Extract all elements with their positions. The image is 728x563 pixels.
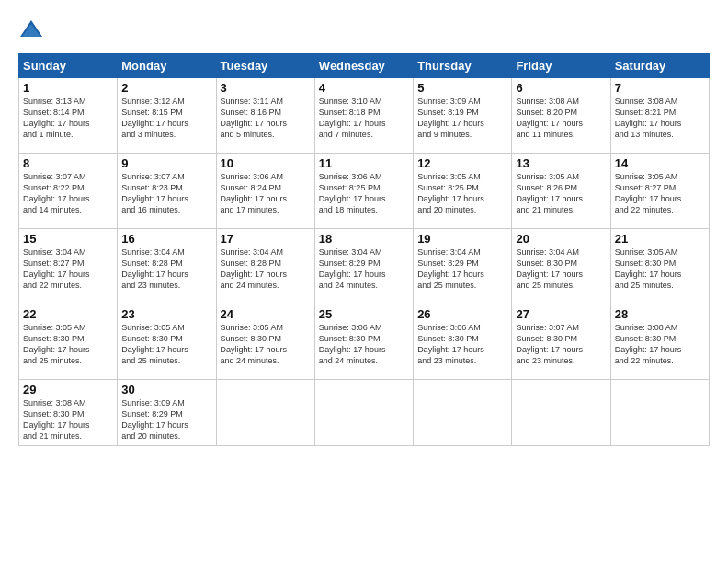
day-info: Sunrise: 3:08 AM Sunset: 8:30 PM Dayligh…	[615, 322, 705, 367]
calendar-cell: 3Sunrise: 3:11 AM Sunset: 8:16 PM Daylig…	[216, 78, 314, 154]
week-row-1: 8Sunrise: 3:07 AM Sunset: 8:22 PM Daylig…	[19, 154, 710, 229]
day-info: Sunrise: 3:04 AM Sunset: 8:30 PM Dayligh…	[516, 247, 606, 292]
day-info: Sunrise: 3:04 AM Sunset: 8:28 PM Dayligh…	[221, 247, 311, 292]
day-info: Sunrise: 3:06 AM Sunset: 8:30 PM Dayligh…	[417, 322, 507, 367]
day-info: Sunrise: 3:08 AM Sunset: 8:30 PM Dayligh…	[23, 397, 113, 442]
weekday-saturday: Saturday	[610, 54, 709, 78]
calendar-cell: 2Sunrise: 3:12 AM Sunset: 8:15 PM Daylig…	[118, 78, 216, 154]
day-number: 15	[23, 232, 113, 246]
day-number: 14	[615, 156, 705, 170]
page: SundayMondayTuesdayWednesdayThursdayFrid…	[0, 0, 728, 563]
day-number: 26	[417, 307, 507, 321]
day-info: Sunrise: 3:06 AM Sunset: 8:30 PM Dayligh…	[319, 322, 409, 367]
calendar-cell: 8Sunrise: 3:07 AM Sunset: 8:22 PM Daylig…	[19, 154, 118, 229]
day-number: 22	[23, 307, 113, 321]
day-info: Sunrise: 3:12 AM Sunset: 8:15 PM Dayligh…	[121, 96, 211, 141]
calendar-cell: 11Sunrise: 3:06 AM Sunset: 8:25 PM Dayli…	[314, 154, 413, 229]
calendar-cell: 22Sunrise: 3:05 AM Sunset: 8:30 PM Dayli…	[19, 304, 118, 380]
day-number: 25	[319, 307, 409, 321]
day-info: Sunrise: 3:09 AM Sunset: 8:29 PM Dayligh…	[121, 397, 211, 442]
day-number: 5	[417, 81, 507, 95]
calendar-cell	[512, 380, 610, 446]
day-info: Sunrise: 3:13 AM Sunset: 8:14 PM Dayligh…	[23, 96, 113, 141]
day-number: 13	[516, 156, 606, 170]
day-info: Sunrise: 3:04 AM Sunset: 8:29 PM Dayligh…	[319, 247, 409, 292]
day-number: 24	[221, 307, 311, 321]
day-info: Sunrise: 3:10 AM Sunset: 8:18 PM Dayligh…	[319, 96, 409, 141]
calendar-cell: 13Sunrise: 3:05 AM Sunset: 8:26 PM Dayli…	[512, 154, 610, 229]
day-number: 12	[417, 156, 507, 170]
day-info: Sunrise: 3:09 AM Sunset: 8:19 PM Dayligh…	[417, 96, 507, 141]
calendar-cell: 17Sunrise: 3:04 AM Sunset: 8:28 PM Dayli…	[216, 229, 314, 304]
calendar-cell	[216, 380, 314, 446]
calendar-cell: 26Sunrise: 3:06 AM Sunset: 8:30 PM Dayli…	[414, 304, 512, 380]
weekday-monday: Monday	[118, 54, 216, 78]
day-number: 10	[221, 156, 311, 170]
day-info: Sunrise: 3:05 AM Sunset: 8:30 PM Dayligh…	[615, 247, 705, 292]
day-info: Sunrise: 3:06 AM Sunset: 8:24 PM Dayligh…	[221, 171, 311, 216]
day-number: 19	[417, 232, 507, 246]
day-number: 28	[615, 307, 705, 321]
day-info: Sunrise: 3:07 AM Sunset: 8:30 PM Dayligh…	[516, 322, 606, 367]
calendar-cell: 4Sunrise: 3:10 AM Sunset: 8:18 PM Daylig…	[314, 78, 413, 154]
day-info: Sunrise: 3:07 AM Sunset: 8:22 PM Dayligh…	[23, 171, 113, 216]
calendar-cell: 18Sunrise: 3:04 AM Sunset: 8:29 PM Dayli…	[314, 229, 413, 304]
day-info: Sunrise: 3:05 AM Sunset: 8:26 PM Dayligh…	[516, 171, 606, 216]
calendar-cell: 12Sunrise: 3:05 AM Sunset: 8:25 PM Dayli…	[414, 154, 512, 229]
day-number: 4	[319, 81, 409, 95]
calendar-cell: 19Sunrise: 3:04 AM Sunset: 8:29 PM Dayli…	[414, 229, 512, 304]
day-info: Sunrise: 3:04 AM Sunset: 8:28 PM Dayligh…	[121, 247, 211, 292]
day-info: Sunrise: 3:05 AM Sunset: 8:30 PM Dayligh…	[221, 322, 311, 367]
day-info: Sunrise: 3:05 AM Sunset: 8:30 PM Dayligh…	[121, 322, 211, 367]
calendar-cell: 6Sunrise: 3:08 AM Sunset: 8:20 PM Daylig…	[512, 78, 610, 154]
day-number: 2	[121, 81, 211, 95]
day-number: 16	[121, 232, 211, 246]
week-row-0: 1Sunrise: 3:13 AM Sunset: 8:14 PM Daylig…	[19, 78, 710, 154]
day-info: Sunrise: 3:05 AM Sunset: 8:27 PM Dayligh…	[615, 171, 705, 216]
weekday-thursday: Thursday	[414, 54, 512, 78]
day-number: 30	[121, 383, 211, 396]
calendar-cell	[414, 380, 512, 446]
calendar-cell	[314, 380, 413, 446]
calendar-cell: 29Sunrise: 3:08 AM Sunset: 8:30 PM Dayli…	[19, 380, 118, 446]
header	[18, 17, 710, 42]
weekday-wednesday: Wednesday	[314, 54, 413, 78]
day-number: 27	[516, 307, 606, 321]
day-number: 8	[23, 156, 113, 170]
day-info: Sunrise: 3:06 AM Sunset: 8:25 PM Dayligh…	[319, 171, 409, 216]
day-info: Sunrise: 3:07 AM Sunset: 8:23 PM Dayligh…	[121, 171, 211, 216]
logo-icon	[18, 17, 44, 42]
calendar-cell: 30Sunrise: 3:09 AM Sunset: 8:29 PM Dayli…	[118, 380, 216, 446]
day-info: Sunrise: 3:04 AM Sunset: 8:29 PM Dayligh…	[417, 247, 507, 292]
calendar-cell: 21Sunrise: 3:05 AM Sunset: 8:30 PM Dayli…	[610, 229, 709, 304]
day-number: 9	[121, 156, 211, 170]
day-number: 20	[516, 232, 606, 246]
calendar-cell: 10Sunrise: 3:06 AM Sunset: 8:24 PM Dayli…	[216, 154, 314, 229]
day-info: Sunrise: 3:05 AM Sunset: 8:30 PM Dayligh…	[23, 322, 113, 367]
calendar-cell: 5Sunrise: 3:09 AM Sunset: 8:19 PM Daylig…	[414, 78, 512, 154]
day-info: Sunrise: 3:05 AM Sunset: 8:25 PM Dayligh…	[417, 171, 507, 216]
day-number: 6	[516, 81, 606, 95]
weekday-header-row: SundayMondayTuesdayWednesdayThursdayFrid…	[19, 54, 710, 78]
calendar-table: SundayMondayTuesdayWednesdayThursdayFrid…	[18, 53, 710, 446]
calendar-cell: 14Sunrise: 3:05 AM Sunset: 8:27 PM Dayli…	[610, 154, 709, 229]
calendar-cell: 28Sunrise: 3:08 AM Sunset: 8:30 PM Dayli…	[610, 304, 709, 380]
calendar-cell: 1Sunrise: 3:13 AM Sunset: 8:14 PM Daylig…	[19, 78, 118, 154]
calendar-cell: 16Sunrise: 3:04 AM Sunset: 8:28 PM Dayli…	[118, 229, 216, 304]
calendar-cell: 20Sunrise: 3:04 AM Sunset: 8:30 PM Dayli…	[512, 229, 610, 304]
week-row-3: 22Sunrise: 3:05 AM Sunset: 8:30 PM Dayli…	[19, 304, 710, 380]
day-info: Sunrise: 3:08 AM Sunset: 8:21 PM Dayligh…	[615, 96, 705, 141]
calendar-cell: 23Sunrise: 3:05 AM Sunset: 8:30 PM Dayli…	[118, 304, 216, 380]
day-number: 29	[23, 383, 113, 396]
day-number: 18	[319, 232, 409, 246]
day-number: 7	[615, 81, 705, 95]
calendar-cell: 9Sunrise: 3:07 AM Sunset: 8:23 PM Daylig…	[118, 154, 216, 229]
day-number: 17	[221, 232, 311, 246]
day-info: Sunrise: 3:08 AM Sunset: 8:20 PM Dayligh…	[516, 96, 606, 141]
calendar-cell: 7Sunrise: 3:08 AM Sunset: 8:21 PM Daylig…	[610, 78, 709, 154]
day-number: 1	[23, 81, 113, 95]
week-row-4: 29Sunrise: 3:08 AM Sunset: 8:30 PM Dayli…	[19, 380, 710, 446]
calendar-cell: 25Sunrise: 3:06 AM Sunset: 8:30 PM Dayli…	[314, 304, 413, 380]
day-number: 11	[319, 156, 409, 170]
calendar-cell: 27Sunrise: 3:07 AM Sunset: 8:30 PM Dayli…	[512, 304, 610, 380]
